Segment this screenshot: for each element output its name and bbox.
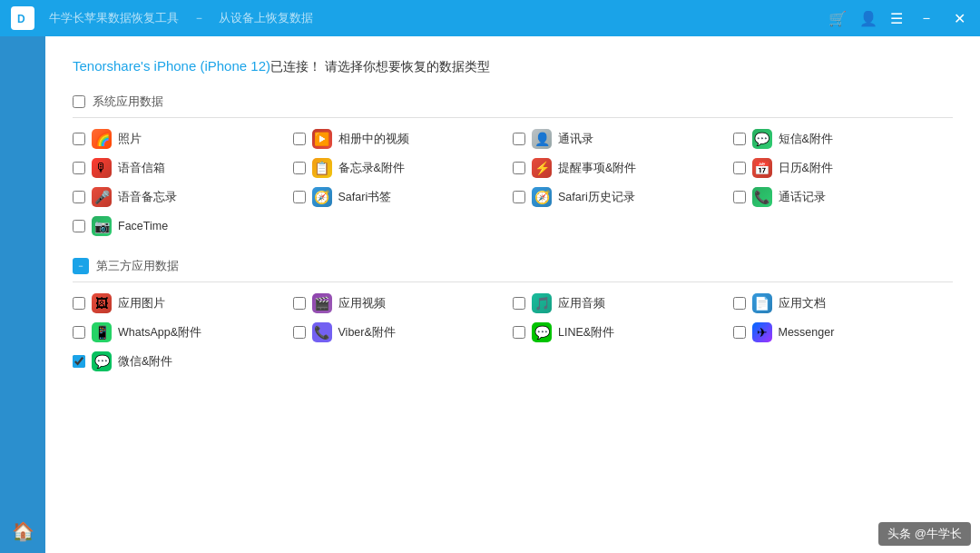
menu-icon[interactable]: ☰ — [890, 10, 903, 27]
label-calls: 通话记录 — [779, 190, 826, 205]
list-item: ✈Messenger — [733, 322, 954, 342]
device-name: Tenorshare's iPhone (iPhone 12) — [73, 58, 270, 74]
list-item: 🎤语音备忘录 — [73, 187, 293, 207]
checkbox-facetime[interactable] — [73, 220, 85, 232]
label-viber: Viber&附件 — [338, 325, 396, 341]
label-wechat: 微信&附件 — [118, 354, 172, 370]
list-item: 📱WhatsApp&附件 — [73, 322, 293, 342]
checkbox-messenger[interactable] — [733, 326, 746, 339]
label-safarihist: Safari历史记录 — [558, 190, 635, 205]
icon-voicenotes: 🎤 — [92, 187, 112, 207]
checkbox-contacts[interactable] — [513, 133, 525, 145]
app-logo: D — [11, 6, 34, 30]
checkbox-whatsapp[interactable] — [73, 326, 85, 339]
label-messages: 短信&附件 — [779, 132, 833, 147]
svg-text:D: D — [17, 13, 25, 25]
section-third-title: 第三方应用数据 — [96, 258, 179, 274]
minimize-button[interactable]: － — [916, 9, 937, 28]
checkbox-line[interactable] — [513, 326, 525, 339]
icon-reminders: ⚡ — [532, 158, 552, 178]
icon-line: 💬 — [532, 322, 552, 342]
checkbox-messages[interactable] — [733, 133, 746, 145]
checkbox-notes[interactable] — [293, 162, 306, 174]
sidebar: 🏠 — [0, 36, 45, 553]
icon-photos: 🌈 — [92, 129, 112, 149]
checkbox-viber[interactable] — [293, 326, 306, 339]
icon-viber: 📞 — [312, 322, 332, 342]
icon-appphoto: 🖼 — [92, 293, 112, 313]
icon-safari: 🧭 — [312, 187, 332, 207]
checkbox-voicenotes[interactable] — [73, 191, 85, 203]
list-item: 📞通话记录 — [733, 187, 954, 207]
icon-messages: 💬 — [752, 129, 772, 149]
close-button[interactable]: ✕ — [950, 10, 969, 27]
list-item: 🖼应用图片 — [73, 293, 293, 313]
section-system: 系统应用数据 🌈照片▶️相册中的视频👤通讯录💬短信&附件🎙语音信箱📋备忘录&附件… — [73, 94, 953, 236]
list-item: 👤通讯录 — [513, 129, 733, 149]
label-line: LINE&附件 — [558, 325, 614, 341]
label-reminders: 提醒事项&附件 — [558, 161, 636, 176]
label-facetime: FaceTime — [118, 220, 168, 232]
checkbox-voicememos[interactable] — [73, 162, 85, 174]
section-third-icon: － — [73, 258, 89, 274]
list-item: 🌈照片 — [73, 129, 293, 149]
section-third-title-row: － 第三方应用数据 — [73, 258, 953, 282]
icon-calls: 📞 — [752, 187, 772, 207]
section-system-checkbox[interactable] — [73, 95, 85, 108]
icon-wechat: 💬 — [92, 351, 112, 371]
checkbox-appaudio[interactable] — [513, 297, 525, 310]
home-button[interactable]: 🏠 — [12, 520, 34, 542]
icon-appaudio: 🎵 — [532, 293, 552, 313]
label-voicenotes: 语音备忘录 — [118, 190, 177, 205]
icon-videos: ▶️ — [312, 129, 332, 149]
section-third: － 第三方应用数据 🖼应用图片🎬应用视频🎵应用音频📄应用文档📱WhatsApp&… — [73, 258, 953, 371]
list-item: ▶️相册中的视频 — [293, 129, 514, 149]
label-safari: Safari书签 — [338, 190, 392, 205]
titlebar-title: 牛学长苹果数据恢复工具 － 从设备上恢复数据 — [44, 10, 828, 26]
checkbox-appdoc[interactable] — [733, 297, 746, 310]
label-messenger: Messenger — [779, 326, 835, 339]
icon-notes: 📋 — [312, 158, 332, 178]
checkbox-videos[interactable] — [293, 133, 306, 145]
label-appdoc: 应用文档 — [779, 296, 826, 311]
label-appphoto: 应用图片 — [118, 296, 165, 311]
icon-voicememos: 🎙 — [92, 158, 112, 178]
list-item: 💬微信&附件 — [73, 351, 293, 371]
app-name: 牛学长苹果数据恢复工具 — [49, 11, 179, 25]
titlebar: D 牛学长苹果数据恢复工具 － 从设备上恢复数据 🛒 👤 ☰ － ✕ — [0, 0, 980, 36]
list-item: 📄应用文档 — [733, 293, 954, 313]
checkbox-calls[interactable] — [733, 191, 746, 203]
list-item: 🎬应用视频 — [293, 293, 514, 313]
checkbox-wechat[interactable] — [73, 355, 85, 368]
icon-appvideo: 🎬 — [312, 293, 332, 313]
label-calendar: 日历&附件 — [779, 161, 833, 176]
cart-icon[interactable]: 🛒 — [828, 10, 847, 27]
label-contacts: 通讯录 — [558, 132, 593, 147]
list-item: 🎵应用音频 — [513, 293, 733, 313]
checkbox-calendar[interactable] — [733, 162, 746, 174]
list-item: 📅日历&附件 — [733, 158, 954, 178]
icon-appdoc: 📄 — [752, 293, 772, 313]
section-system-title-row: 系统应用数据 — [73, 94, 953, 118]
system-items-grid: 🌈照片▶️相册中的视频👤通讯录💬短信&附件🎙语音信箱📋备忘录&附件⚡提醒事项&附… — [73, 129, 953, 236]
checkbox-photos[interactable] — [73, 133, 85, 145]
icon-contacts: 👤 — [532, 129, 552, 149]
icon-whatsapp: 📱 — [92, 322, 112, 342]
title-separator: － — [193, 11, 209, 25]
list-item: ⚡提醒事项&附件 — [513, 158, 733, 178]
icon-messenger: ✈ — [752, 322, 772, 342]
page-header: Tenorshare's iPhone (iPhone 12)已连接！ 请选择你… — [73, 58, 953, 75]
checkbox-reminders[interactable] — [513, 162, 525, 174]
user-icon[interactable]: 👤 — [859, 10, 877, 27]
label-appvideo: 应用视频 — [338, 296, 386, 311]
third-items-grid: 🖼应用图片🎬应用视频🎵应用音频📄应用文档📱WhatsApp&附件📞Viber&附… — [73, 293, 953, 371]
checkbox-appphoto[interactable] — [73, 297, 85, 310]
checkbox-safarihist[interactable] — [513, 191, 525, 203]
checkbox-safari[interactable] — [293, 191, 306, 203]
icon-calendar: 📅 — [752, 158, 772, 178]
label-notes: 备忘录&附件 — [338, 161, 405, 176]
label-videos: 相册中的视频 — [338, 132, 409, 147]
list-item: 🎙语音信箱 — [73, 158, 293, 178]
checkbox-appvideo[interactable] — [293, 297, 306, 310]
icon-safarihist: 🧭 — [532, 187, 552, 207]
